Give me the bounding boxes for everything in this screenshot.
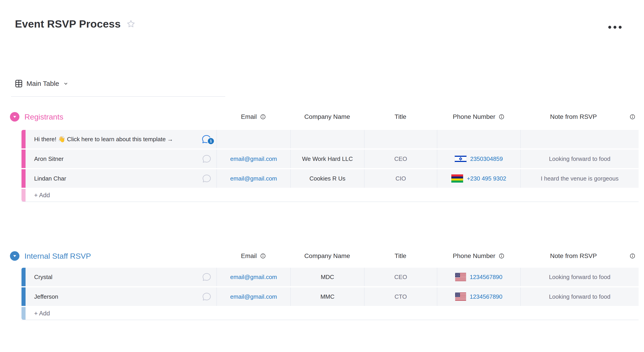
column-header-company[interactable]: Company Name (290, 111, 364, 122)
usa-flag-icon (455, 273, 466, 281)
item-name[interactable]: Aron Sitner (34, 155, 202, 162)
note-cell[interactable]: Looking forward to food (520, 268, 638, 286)
chat-bubble-icon[interactable] (202, 292, 212, 301)
group-color-bar (22, 268, 26, 286)
table-row[interactable]: Aron Sitner email@gmail.com We Work Hard… (22, 150, 638, 168)
empty-cell[interactable] (437, 130, 520, 148)
item-name[interactable]: Jefferson (34, 293, 202, 300)
title-cell[interactable]: CTO (364, 287, 437, 306)
info-icon[interactable] (498, 114, 504, 120)
info-icon[interactable] (498, 253, 504, 259)
column-header-title[interactable]: Title (364, 251, 437, 261)
collapse-group-icon[interactable] (10, 251, 20, 261)
add-item-label[interactable]: + Add (26, 307, 638, 320)
empty-cell[interactable] (290, 130, 364, 148)
phone-link[interactable]: 2350304859 (470, 155, 503, 162)
empty-cell[interactable] (216, 130, 290, 148)
item-name-cell[interactable]: Crystal (26, 268, 216, 286)
email-cell[interactable]: email@gmail.com (216, 287, 290, 306)
item-name-cell[interactable]: Lindan Char (26, 169, 216, 188)
group-color-bar (22, 150, 26, 168)
email-cell[interactable]: email@gmail.com (216, 150, 290, 168)
column-header-title[interactable]: Title (364, 111, 437, 122)
board-menu-button[interactable] (606, 23, 624, 31)
table-row[interactable]: Lindan Char email@gmail.com Cookies R Us… (22, 169, 638, 188)
email-link[interactable]: email@gmail.com (230, 175, 277, 182)
usa-flag-icon (455, 293, 466, 301)
group-name-internal-staff[interactable]: Internal Staff RSVP (24, 252, 91, 261)
company-cell[interactable]: We Work Hard LLC (290, 150, 364, 168)
empty-cell[interactable] (364, 130, 437, 148)
column-header-email-label: Email (241, 113, 257, 120)
email-cell[interactable]: email@gmail.com (216, 169, 290, 188)
phone-link[interactable]: 1234567890 (470, 293, 502, 300)
item-name[interactable]: Crystal (34, 274, 202, 281)
chat-bubble-icon[interactable]: 1 (202, 134, 212, 144)
collapse-group-icon[interactable] (10, 112, 20, 122)
title-cell[interactable]: CIO (364, 169, 437, 188)
phone-link[interactable]: 1234567890 (470, 274, 502, 281)
column-header-note[interactable]: Note from RSVP (520, 251, 626, 261)
star-icon[interactable] (126, 19, 136, 29)
table-row-info[interactable]: Hi there! 👋 Click here to learn about th… (22, 130, 638, 148)
board-title[interactable]: Event RSVP Process (15, 18, 136, 30)
add-item-label[interactable]: + Add (26, 189, 638, 202)
email-link[interactable]: email@gmail.com (230, 293, 277, 300)
empty-cell[interactable] (520, 130, 638, 148)
info-icon[interactable] (260, 253, 266, 259)
column-header-note-label: Note from RSVP (550, 252, 597, 260)
company-cell[interactable]: MDC (290, 268, 364, 286)
title-cell[interactable]: CEO (364, 268, 437, 286)
email-link[interactable]: email@gmail.com (230, 274, 277, 281)
email-link[interactable]: email@gmail.com (230, 155, 277, 162)
group-name-registrants[interactable]: Registrants (24, 112, 63, 121)
phone-link[interactable]: +230 495 9302 (467, 175, 506, 182)
item-name-cell[interactable]: Aron Sitner (26, 150, 216, 168)
info-row-text[interactable]: Hi there! 👋 Click here to learn about th… (34, 136, 202, 143)
column-header-email[interactable]: Email (216, 251, 290, 261)
view-tab-strip: Main Table (11, 77, 225, 97)
chat-bubble-icon[interactable] (202, 154, 212, 163)
table-icon (15, 79, 23, 88)
phone-cell[interactable]: +230 495 9302 (437, 169, 520, 188)
column-header-note[interactable]: Note from RSVP (520, 111, 626, 122)
note-cell[interactable]: Looking forward to food (520, 287, 638, 306)
note-cell[interactable]: I heard the venue is gorgeous (520, 169, 638, 188)
note-cell[interactable]: Looking forward to food (520, 150, 638, 168)
column-header-company[interactable]: Company Name (290, 251, 364, 261)
column-header-phone-label: Phone Number (453, 252, 495, 260)
chat-bubble-icon[interactable] (202, 273, 212, 282)
add-item-row[interactable]: + Add (22, 189, 638, 202)
info-row-cell[interactable]: Hi there! 👋 Click here to learn about th… (26, 130, 216, 148)
column-header-company-label: Company Name (304, 252, 350, 260)
info-icon[interactable] (260, 114, 266, 120)
israel-flag-icon (455, 155, 466, 163)
company-cell[interactable]: Cookies R Us (290, 169, 364, 188)
email-cell[interactable]: email@gmail.com (216, 268, 290, 286)
dot-icon (614, 26, 616, 29)
add-item-row[interactable]: + Add (22, 307, 638, 320)
column-header-phone[interactable]: Phone Number (437, 251, 520, 261)
column-header-phone[interactable]: Phone Number (437, 111, 520, 122)
item-name[interactable]: Lindan Char (34, 175, 202, 182)
title-cell[interactable]: CEO (364, 150, 437, 168)
group-color-bar (22, 287, 26, 306)
column-header-title-label: Title (394, 113, 406, 120)
note-info-icon[interactable] (626, 251, 638, 261)
column-header-note-label: Note from RSVP (550, 113, 597, 120)
phone-cell[interactable]: 2350304859 (437, 150, 520, 168)
table-row[interactable]: Crystal email@gmail.com MDC CEO (22, 268, 638, 286)
dot-icon (608, 26, 611, 29)
column-header-phone-label: Phone Number (453, 113, 495, 120)
table-row[interactable]: Jefferson email@gmail.com MMC CTO (22, 287, 638, 306)
column-header-email[interactable]: Email (216, 111, 290, 122)
chat-bubble-icon[interactable] (202, 174, 212, 183)
column-header-title-label: Title (394, 252, 406, 260)
note-info-icon[interactable] (626, 111, 638, 122)
group-color-bar (22, 307, 26, 320)
company-cell[interactable]: MMC (290, 287, 364, 306)
tab-main-table[interactable]: Main Table (15, 79, 69, 88)
phone-cell[interactable]: 1234567890 (437, 268, 520, 286)
item-name-cell[interactable]: Jefferson (26, 287, 216, 306)
phone-cell[interactable]: 1234567890 (437, 287, 520, 306)
